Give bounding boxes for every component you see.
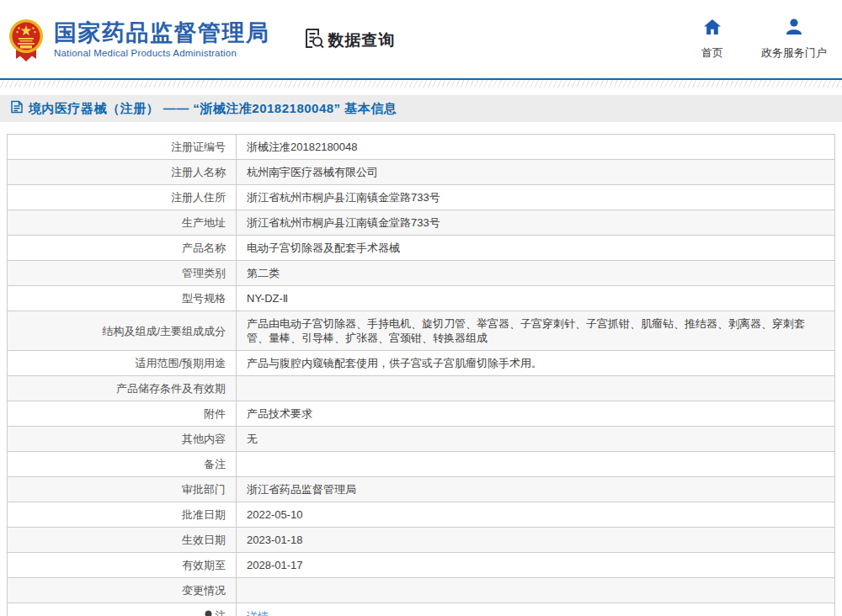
table-row: 审批部门浙江省药品监督管理局 <box>8 477 835 502</box>
table-row: 生效日期2023-01-18 <box>8 528 835 553</box>
data-query-button[interactable]: 数据查询 <box>302 27 396 53</box>
table-row: 其他内容无 <box>8 427 835 452</box>
table-row: 注册证编号浙械注准20182180048 <box>8 135 835 160</box>
row-label: 注册人名称 <box>8 160 237 185</box>
row-label: 适用范围/预期用途 <box>8 351 237 376</box>
table-row: 适用范围/预期用途产品与腹腔内窥镜配套使用，供子宫或子宫肌瘤切除手术用。 <box>8 351 835 376</box>
row-value: 2023-01-18 <box>237 528 835 553</box>
row-label: 注 <box>8 603 237 616</box>
row-value: 产品技术要求 <box>237 401 835 427</box>
row-value: 2028-01-17 <box>237 553 835 578</box>
table-row: 有效期至2028-01-17 <box>8 553 835 578</box>
row-value: 无 <box>237 427 835 452</box>
brand-text: 国家药品监督管理局 National Medical Products Admi… <box>54 20 270 58</box>
row-value <box>237 578 835 603</box>
table-row: 产品名称电动子宫切除器及配套手术器械 <box>8 236 835 261</box>
row-label: 变更情况 <box>8 578 237 603</box>
table-row: 结构及组成/主要组成成分产品由电动子宫切除器、手持电机、旋切刀管、举宫器、子宫穿… <box>8 311 835 351</box>
page-title-bar: 境内医疗器械（注册） —— “浙械注准20182180048” 基本信息 <box>0 95 842 122</box>
row-value: 浙江省杭州市桐庐县江南镇金堂路733号 <box>237 210 835 236</box>
row-value: 浙械注准20182180048 <box>237 135 835 160</box>
row-label: 结构及组成/主要组成成分 <box>8 311 237 351</box>
nav-home[interactable]: 首页 <box>695 19 729 61</box>
table-row: 管理类别第二类 <box>8 261 835 286</box>
row-label: 备注 <box>8 452 237 477</box>
row-label: 审批部门 <box>8 477 237 502</box>
site-header: 国家药品监督管理局 National Medical Products Admi… <box>0 0 842 78</box>
data-query-label: 数据查询 <box>328 29 396 51</box>
row-label: 产品名称 <box>8 236 237 261</box>
document-icon <box>10 100 29 117</box>
table-row: 注册人住所浙江省杭州市桐庐县江南镇金堂路733号 <box>8 185 835 210</box>
row-label: 有效期至 <box>8 553 237 578</box>
row-label: 产品储存条件及有效期 <box>8 376 237 401</box>
hatch-band <box>0 80 842 88</box>
document-search-icon <box>302 27 328 53</box>
table-row: 生产地址浙江省杭州市桐庐县江南镇金堂路733号 <box>8 210 835 236</box>
row-label: 生效日期 <box>8 528 237 553</box>
nav-home-label: 首页 <box>701 45 723 61</box>
table-row: 产品储存条件及有效期 <box>8 376 835 401</box>
row-value: 详情 <box>237 603 835 616</box>
registration-info-table: 注册证编号浙械注准20182180048注册人名称杭州南宇医疗器械有限公司注册人… <box>7 134 835 616</box>
page-title: 境内医疗器械（注册） —— “浙械注准20182180048” 基本信息 <box>29 101 397 117</box>
table-row: 变更情况 <box>8 578 835 603</box>
row-value: 电动子宫切除器及配套手术器械 <box>237 236 835 261</box>
row-label: 型号规格 <box>8 286 237 311</box>
home-icon <box>703 19 722 45</box>
row-value: 第二类 <box>237 261 835 286</box>
row-value: 产品由电动子宫切除器、手持电机、旋切刀管、举宫器、子宫穿刺针、子宫抓钳、肌瘤钻、… <box>237 311 835 351</box>
lightbulb-icon <box>204 610 213 616</box>
row-label: 附件 <box>8 401 237 427</box>
row-label: 注册证编号 <box>8 135 237 160</box>
row-value: 产品与腹腔内窥镜配套使用，供子宫或子宫肌瘤切除手术用。 <box>237 351 835 376</box>
row-value: 浙江省药品监督管理局 <box>237 477 835 502</box>
table-row: 型号规格NY-DZ-Ⅱ <box>8 286 835 311</box>
table-row: 备注 <box>8 452 835 477</box>
table-row: 注详情 <box>8 603 835 616</box>
row-label: 生产地址 <box>8 210 237 236</box>
row-label: 批准日期 <box>8 502 237 528</box>
row-value: 2022-05-10 <box>237 502 835 528</box>
row-label: 管理类别 <box>8 261 237 286</box>
nav-portal-label: 政务服务门户 <box>761 45 827 61</box>
table-row: 批准日期2022-05-10 <box>8 502 835 528</box>
row-value <box>237 376 835 401</box>
row-value <box>237 452 835 477</box>
header-nav: 首页 政务服务门户 <box>695 19 827 61</box>
table-row: 注册人名称杭州南宇医疗器械有限公司 <box>8 160 835 185</box>
org-name-cn: 国家药品监督管理局 <box>54 20 270 45</box>
details-link[interactable]: 详情 <box>247 610 269 616</box>
nav-portal[interactable]: 政务服务门户 <box>761 19 827 61</box>
user-icon <box>785 19 803 45</box>
nmpa-logo[interactable]: 国家药品监督管理局 National Medical Products Admi… <box>7 13 270 66</box>
table-row: 附件产品技术要求 <box>8 401 835 427</box>
national-emblem-icon <box>8 17 44 66</box>
org-name-en: National Medical Products Administration <box>54 48 270 58</box>
row-value: 杭州南宇医疗器械有限公司 <box>237 160 835 185</box>
row-value: 浙江省杭州市桐庐县江南镇金堂路733号 <box>237 185 835 210</box>
row-label: 注册人住所 <box>8 185 237 210</box>
row-value: NY-DZ-Ⅱ <box>237 286 835 311</box>
row-label: 其他内容 <box>8 427 237 452</box>
